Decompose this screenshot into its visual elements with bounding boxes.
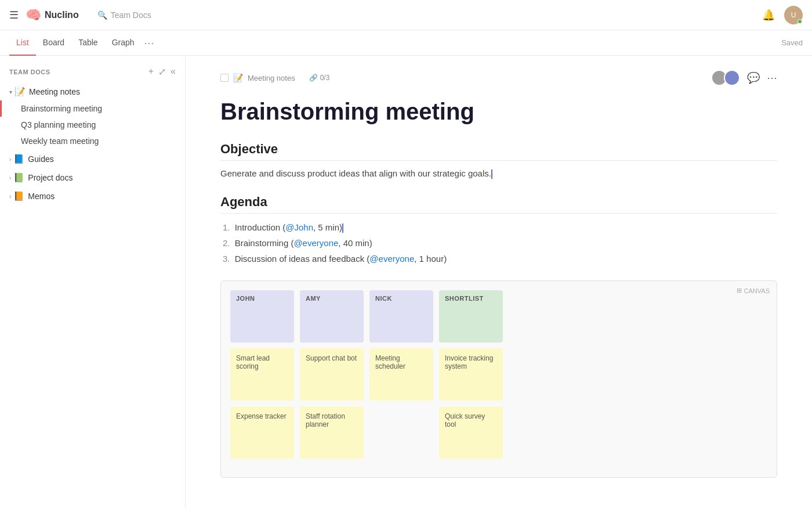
chat-icon[interactable]: 💬 bbox=[747, 71, 760, 84]
canvas-col-shortlist: SHORTLIST bbox=[439, 290, 503, 343]
q3planning-label: Q3 planning meeting bbox=[21, 120, 176, 129]
bell-icon[interactable]: 🔔 bbox=[762, 9, 775, 21]
canvas-card-expense-tracker[interactable]: Expense tracker bbox=[230, 406, 294, 459]
memos-label: Memos bbox=[28, 192, 169, 201]
tabbar: List Board Table Graph ⋯ Saved bbox=[0, 30, 812, 56]
tab-table[interactable]: Table bbox=[71, 30, 104, 56]
canvas-col-amy: AMY bbox=[300, 290, 364, 343]
canvas-label: ⊞ CANVAS bbox=[737, 287, 770, 294]
sidebar-group-meeting-notes: ▾ 📝 Meeting notes ☐ Brainstorming meetin… bbox=[0, 83, 185, 149]
sidebar-title: TEAM DOCS bbox=[9, 69, 148, 75]
breadcrumb: 📝 Meeting notes bbox=[220, 73, 295, 82]
agenda-cursor-1 bbox=[342, 224, 343, 233]
sidebar-item-brainstorming[interactable]: Brainstorming meeting bbox=[0, 100, 185, 117]
avatar-initials: U bbox=[791, 11, 796, 19]
canvas-card-meeting-scheduler[interactable]: Meeting scheduler bbox=[369, 348, 433, 401]
sidebar-item-q3planning[interactable]: Q3 planning meeting bbox=[0, 117, 185, 133]
chevron-down-icon: ▾ bbox=[9, 89, 12, 95]
saved-label: Saved bbox=[781, 38, 803, 47]
tab-graph[interactable]: Graph bbox=[105, 30, 142, 56]
collapse-icon[interactable]: « bbox=[171, 66, 176, 77]
agenda-list: 1. Introduction (@John, 5 min) 2. Brains… bbox=[220, 219, 777, 266]
guides-label: Guides bbox=[28, 154, 169, 164]
main: TEAM DOCS + ⤢ « ▾ 📝 Meeting notes ☐ Brai… bbox=[0, 56, 812, 508]
doc-title: Brainstorming meeting bbox=[220, 98, 777, 125]
breadcrumb-text: Meeting notes bbox=[248, 74, 295, 82]
avatar-online-dot bbox=[798, 19, 802, 24]
sidebar-group-guides-header[interactable]: › 📘 Guides ☐ bbox=[0, 150, 185, 168]
add-item-icon[interactable]: + bbox=[148, 66, 154, 77]
logo-text: Nuclino bbox=[45, 10, 79, 20]
canvas-container: ⊞ CANVAS JOHN AMY NICK SHORTLIST Smart l… bbox=[220, 280, 777, 478]
avatar-user-b[interactable] bbox=[724, 70, 740, 86]
sidebar: TEAM DOCS + ⤢ « ▾ 📝 Meeting notes ☐ Brai… bbox=[0, 56, 186, 508]
guides-icon: 📘 bbox=[13, 154, 24, 164]
sidebar-group-guides: › 📘 Guides ☐ bbox=[0, 150, 185, 168]
sidebar-actions: + ⤢ « bbox=[148, 66, 176, 77]
text-cursor bbox=[491, 170, 492, 179]
logo-brain-icon: 🧠 bbox=[26, 8, 41, 23]
project-docs-icon: 📗 bbox=[13, 172, 24, 183]
canvas-card-support-chat[interactable]: Support chat bot bbox=[300, 348, 364, 401]
canvas-card-empty bbox=[369, 406, 433, 459]
progress-badge: 🔗 0/3 bbox=[309, 74, 330, 82]
sidebar-group-memos-header[interactable]: › 📙 Memos ☐ bbox=[0, 188, 185, 205]
meeting-notes-label: Meeting notes bbox=[29, 87, 169, 96]
tab-list[interactable]: List bbox=[9, 30, 36, 56]
expand-icon[interactable]: ⤢ bbox=[158, 66, 166, 77]
objective-heading: Objective bbox=[220, 142, 777, 161]
canvas-card-staff-rotation[interactable]: Staff rotation planner bbox=[300, 406, 364, 459]
logo[interactable]: 🧠 Nuclino bbox=[26, 8, 79, 23]
canvas-card-invoice-tracking[interactable]: Invoice tracking system bbox=[439, 348, 503, 401]
content-area: 📝 Meeting notes 🔗 0/3 💬 ⋯ Brainstorming … bbox=[186, 56, 812, 508]
search-icon: 🔍 bbox=[97, 10, 107, 20]
hamburger-icon[interactable]: ☰ bbox=[9, 9, 19, 21]
memos-icon: 📙 bbox=[13, 191, 24, 201]
topbar-right: 🔔 U bbox=[762, 6, 803, 24]
canvas-card-quick-survey[interactable]: Quick survey tool bbox=[439, 406, 503, 459]
canvas-col-nick: NICK bbox=[369, 290, 433, 343]
content-header: 📝 Meeting notes 🔗 0/3 💬 ⋯ bbox=[220, 70, 777, 86]
sidebar-group-project-docs: › 📗 Project docs ☐ bbox=[0, 169, 185, 186]
agenda-heading: Agenda bbox=[220, 194, 777, 214]
search-label: Team Docs bbox=[111, 10, 151, 20]
topbar: ☰ 🧠 Nuclino 🔍 Team Docs 🔔 U bbox=[0, 0, 812, 30]
sidebar-header: TEAM DOCS + ⤢ « bbox=[0, 63, 185, 83]
brainstorming-label: Brainstorming meeting bbox=[21, 104, 176, 113]
agenda-item-2: 2. Brainstorming (@everyone, 40 min) bbox=[220, 235, 777, 251]
avatar[interactable]: U bbox=[784, 6, 803, 24]
tab-more-icon[interactable]: ⋯ bbox=[144, 37, 154, 49]
canvas-card-smart-lead[interactable]: Smart lead scoring bbox=[230, 348, 294, 401]
tab-board[interactable]: Board bbox=[36, 30, 71, 56]
progress-icon: 🔗 bbox=[309, 74, 318, 82]
sidebar-group-project-docs-header[interactable]: › 📗 Project docs ☐ bbox=[0, 169, 185, 186]
more-options-icon[interactable]: ⋯ bbox=[767, 71, 777, 84]
content-top-actions: 💬 ⋯ bbox=[711, 70, 777, 86]
project-docs-label: Project docs bbox=[28, 173, 169, 182]
chevron-right-icon-2: › bbox=[9, 175, 11, 181]
agenda-item-3: 3. Discussion of ideas and feedback (@ev… bbox=[220, 251, 777, 266]
avatar-group bbox=[711, 70, 740, 86]
chevron-right-icon: › bbox=[9, 156, 11, 163]
meeting-notes-icon: 📝 bbox=[14, 87, 26, 97]
progress-text: 0/3 bbox=[320, 74, 330, 82]
breadcrumb-icon: 📝 bbox=[233, 73, 243, 82]
objective-body[interactable]: Generate and discuss product ideas that … bbox=[220, 167, 777, 181]
weekly-label: Weekly team meeting bbox=[21, 136, 176, 146]
canvas-icon: ⊞ bbox=[737, 287, 742, 294]
sidebar-group-memos: › 📙 Memos ☐ bbox=[0, 188, 185, 205]
search-area[interactable]: 🔍 Team Docs bbox=[97, 10, 151, 20]
topbar-left: ☰ 🧠 Nuclino 🔍 Team Docs bbox=[9, 8, 151, 23]
sidebar-item-weekly[interactable]: Weekly team meeting bbox=[0, 133, 185, 149]
breadcrumb-checkbox[interactable] bbox=[220, 74, 229, 82]
canvas-col-john: JOHN bbox=[230, 290, 294, 343]
chevron-right-icon-3: › bbox=[9, 193, 11, 200]
canvas-grid: JOHN AMY NICK SHORTLIST Smart lead scori… bbox=[230, 290, 767, 459]
sidebar-group-meeting-notes-header[interactable]: ▾ 📝 Meeting notes ☐ bbox=[0, 83, 185, 100]
agenda-item-1: 1. Introduction (@John, 5 min) bbox=[220, 219, 777, 235]
